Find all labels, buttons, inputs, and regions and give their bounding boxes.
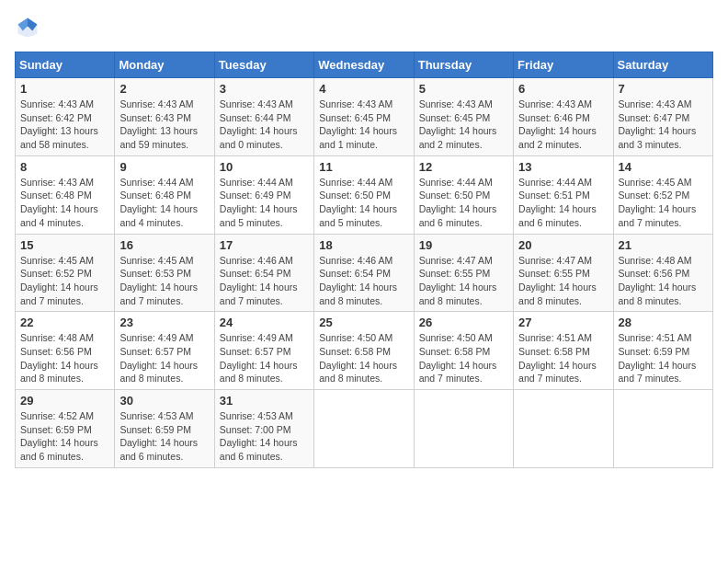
calendar-week-5: 29Sunrise: 4:52 AM Sunset: 6:59 PM Dayli… — [16, 390, 713, 468]
column-header-tuesday: Tuesday — [214, 52, 313, 78]
column-header-saturday: Saturday — [613, 52, 712, 78]
day-info: Sunrise: 4:47 AM Sunset: 6:55 PM Dayligh… — [419, 254, 508, 308]
day-info: Sunrise: 4:45 AM Sunset: 6:52 PM Dayligh… — [20, 254, 109, 308]
day-number: 5 — [419, 82, 508, 96]
day-number: 19 — [419, 238, 508, 252]
day-info: Sunrise: 4:53 AM Sunset: 7:00 PM Dayligh… — [220, 409, 309, 464]
day-info: Sunrise: 4:46 AM Sunset: 6:54 PM Dayligh… — [220, 254, 309, 308]
day-number: 21 — [619, 238, 708, 252]
day-info: Sunrise: 4:53 AM Sunset: 6:59 PM Dayligh… — [119, 409, 209, 464]
calendar-cell: 2Sunrise: 4:43 AM Sunset: 6:43 PM Daylig… — [115, 78, 214, 156]
day-number: 4 — [319, 82, 408, 96]
calendar-cell: 19Sunrise: 4:47 AM Sunset: 6:55 PM Dayli… — [414, 234, 513, 312]
day-number: 2 — [119, 82, 209, 96]
calendar-cell: 5Sunrise: 4:43 AM Sunset: 6:45 PM Daylig… — [414, 78, 513, 156]
calendar-week-3: 15Sunrise: 4:45 AM Sunset: 6:52 PM Dayli… — [16, 234, 713, 312]
day-number: 13 — [518, 160, 608, 174]
day-number: 7 — [619, 82, 708, 96]
day-number: 30 — [119, 394, 209, 408]
calendar-cell: 21Sunrise: 4:48 AM Sunset: 6:56 PM Dayli… — [613, 234, 712, 312]
calendar-cell: 16Sunrise: 4:45 AM Sunset: 6:53 PM Dayli… — [115, 234, 214, 312]
day-number: 15 — [20, 238, 109, 252]
calendar-cell: 13Sunrise: 4:44 AM Sunset: 6:51 PM Dayli… — [514, 155, 613, 234]
day-number: 28 — [619, 316, 708, 329]
calendar-cell — [314, 390, 414, 468]
day-info: Sunrise: 4:44 AM Sunset: 6:50 PM Dayligh… — [419, 176, 508, 230]
day-number: 11 — [319, 160, 408, 174]
day-info: Sunrise: 4:44 AM Sunset: 6:51 PM Dayligh… — [518, 176, 608, 230]
day-info: Sunrise: 4:44 AM Sunset: 6:49 PM Dayligh… — [220, 176, 309, 230]
day-number: 23 — [119, 316, 209, 329]
column-header-friday: Friday — [514, 52, 613, 78]
day-info: Sunrise: 4:51 AM Sunset: 6:58 PM Dayligh… — [518, 331, 608, 385]
calendar-cell: 1Sunrise: 4:43 AM Sunset: 6:42 PM Daylig… — [16, 78, 115, 156]
day-info: Sunrise: 4:48 AM Sunset: 6:56 PM Dayligh… — [619, 254, 708, 308]
calendar-cell: 15Sunrise: 4:45 AM Sunset: 6:52 PM Dayli… — [16, 234, 115, 312]
calendar-cell: 18Sunrise: 4:46 AM Sunset: 6:54 PM Dayli… — [314, 234, 414, 312]
calendar-cell: 10Sunrise: 4:44 AM Sunset: 6:49 PM Dayli… — [214, 155, 313, 234]
day-number: 25 — [319, 316, 408, 329]
column-header-monday: Monday — [115, 52, 214, 78]
day-info: Sunrise: 4:49 AM Sunset: 6:57 PM Dayligh… — [119, 331, 209, 385]
day-number: 29 — [20, 394, 109, 408]
logo-icon — [15, 15, 40, 40]
column-header-thursday: Thursday — [414, 52, 513, 78]
calendar-cell: 6Sunrise: 4:43 AM Sunset: 6:46 PM Daylig… — [514, 78, 613, 156]
day-info: Sunrise: 4:51 AM Sunset: 6:59 PM Dayligh… — [619, 331, 708, 385]
calendar-week-2: 8Sunrise: 4:43 AM Sunset: 6:48 PM Daylig… — [16, 155, 713, 234]
calendar-cell: 3Sunrise: 4:43 AM Sunset: 6:44 PM Daylig… — [214, 78, 313, 156]
page-header — [15, 15, 713, 40]
calendar-cell: 11Sunrise: 4:44 AM Sunset: 6:50 PM Dayli… — [314, 155, 414, 234]
day-info: Sunrise: 4:43 AM Sunset: 6:45 PM Dayligh… — [419, 98, 508, 152]
day-number: 22 — [20, 316, 109, 329]
day-number: 3 — [220, 82, 309, 96]
calendar-cell: 20Sunrise: 4:47 AM Sunset: 6:55 PM Dayli… — [514, 234, 613, 312]
calendar-cell — [514, 390, 613, 468]
day-number: 26 — [419, 316, 508, 329]
day-number: 17 — [220, 238, 309, 252]
day-number: 14 — [619, 160, 708, 174]
day-info: Sunrise: 4:46 AM Sunset: 6:54 PM Dayligh… — [319, 254, 408, 308]
day-info: Sunrise: 4:50 AM Sunset: 6:58 PM Dayligh… — [319, 331, 408, 385]
column-header-sunday: Sunday — [16, 52, 115, 78]
calendar-cell: 7Sunrise: 4:43 AM Sunset: 6:47 PM Daylig… — [613, 78, 712, 156]
day-info: Sunrise: 4:44 AM Sunset: 6:50 PM Dayligh… — [319, 176, 408, 230]
calendar-cell: 31Sunrise: 4:53 AM Sunset: 7:00 PM Dayli… — [214, 390, 313, 468]
calendar-cell: 28Sunrise: 4:51 AM Sunset: 6:59 PM Dayli… — [613, 312, 712, 390]
calendar-cell: 12Sunrise: 4:44 AM Sunset: 6:50 PM Dayli… — [414, 155, 513, 234]
day-number: 8 — [20, 160, 109, 174]
calendar-cell: 4Sunrise: 4:43 AM Sunset: 6:45 PM Daylig… — [314, 78, 414, 156]
day-info: Sunrise: 4:48 AM Sunset: 6:56 PM Dayligh… — [20, 331, 109, 385]
logo — [15, 15, 44, 40]
day-info: Sunrise: 4:43 AM Sunset: 6:48 PM Dayligh… — [20, 176, 109, 230]
calendar-week-1: 1Sunrise: 4:43 AM Sunset: 6:42 PM Daylig… — [16, 78, 713, 156]
calendar-cell — [414, 390, 513, 468]
day-number: 16 — [119, 238, 209, 252]
day-number: 31 — [220, 394, 309, 408]
column-header-wednesday: Wednesday — [314, 52, 414, 78]
day-number: 1 — [20, 82, 109, 96]
day-info: Sunrise: 4:43 AM Sunset: 6:45 PM Dayligh… — [319, 98, 408, 152]
day-number: 24 — [220, 316, 309, 329]
calendar-week-4: 22Sunrise: 4:48 AM Sunset: 6:56 PM Dayli… — [16, 312, 713, 390]
calendar-cell: 27Sunrise: 4:51 AM Sunset: 6:58 PM Dayli… — [514, 312, 613, 390]
day-number: 20 — [518, 238, 608, 252]
calendar-cell: 25Sunrise: 4:50 AM Sunset: 6:58 PM Dayli… — [314, 312, 414, 390]
calendar-cell: 23Sunrise: 4:49 AM Sunset: 6:57 PM Dayli… — [115, 312, 214, 390]
day-info: Sunrise: 4:44 AM Sunset: 6:48 PM Dayligh… — [119, 176, 209, 230]
day-info: Sunrise: 4:43 AM Sunset: 6:42 PM Dayligh… — [20, 98, 109, 152]
calendar-cell: 24Sunrise: 4:49 AM Sunset: 6:57 PM Dayli… — [214, 312, 313, 390]
calendar-cell: 17Sunrise: 4:46 AM Sunset: 6:54 PM Dayli… — [214, 234, 313, 312]
calendar-cell: 9Sunrise: 4:44 AM Sunset: 6:48 PM Daylig… — [115, 155, 214, 234]
day-number: 12 — [419, 160, 508, 174]
calendar-cell: 26Sunrise: 4:50 AM Sunset: 6:58 PM Dayli… — [414, 312, 513, 390]
day-info: Sunrise: 4:52 AM Sunset: 6:59 PM Dayligh… — [20, 409, 109, 464]
day-info: Sunrise: 4:50 AM Sunset: 6:58 PM Dayligh… — [419, 331, 508, 385]
day-number: 10 — [220, 160, 309, 174]
day-info: Sunrise: 4:43 AM Sunset: 6:47 PM Dayligh… — [619, 98, 708, 152]
day-number: 27 — [518, 316, 608, 329]
calendar-table: SundayMondayTuesdayWednesdayThursdayFrid… — [15, 52, 713, 468]
day-info: Sunrise: 4:45 AM Sunset: 6:53 PM Dayligh… — [119, 254, 209, 308]
day-number: 18 — [319, 238, 408, 252]
calendar-cell: 29Sunrise: 4:52 AM Sunset: 6:59 PM Dayli… — [16, 390, 115, 468]
